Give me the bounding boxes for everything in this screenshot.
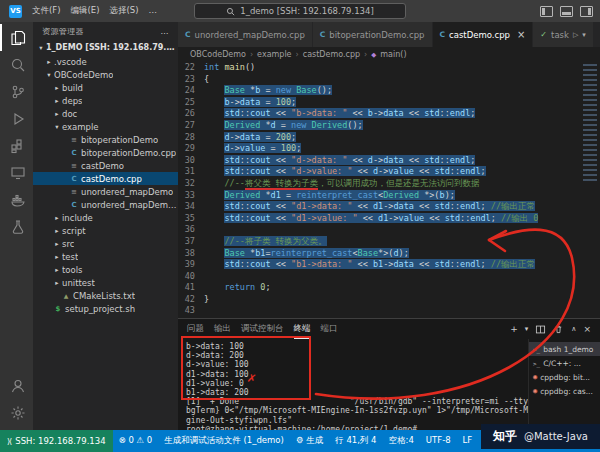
code-line[interactable]: 26 std::cout << "b->data: " << b->data <… <box>178 108 600 120</box>
code-line[interactable]: 39 std::cout << "b1->data: " << b1->data… <box>178 259 600 271</box>
terminal-dropdown-icon[interactable]: ▾ <box>525 325 529 333</box>
tab-action-icon[interactable]: ▾ <box>582 31 586 39</box>
close-icon[interactable]: × <box>517 29 525 40</box>
code-line[interactable]: 25 b->data = 100; <box>178 97 600 109</box>
code-line[interactable]: 34 std::cout << "d1->data: " << d1->data… <box>178 201 600 213</box>
tree-item[interactable]: ▸.vscode <box>33 55 178 68</box>
tab-unordered-mapdemo-cpp[interactable]: Cunordered_mapDemo.cpp <box>178 22 313 47</box>
toggle-secondary-sidebar-icon[interactable] <box>580 6 593 17</box>
code-line[interactable]: 30 std::cout << "d->data: " << d->data <… <box>178 155 600 167</box>
terminal-list-item[interactable]: >_bash 1_demo <box>529 342 600 356</box>
code-line[interactable]: 22int main() <box>178 62 600 74</box>
toggle-sidebar-icon[interactable] <box>540 6 553 17</box>
code-line[interactable]: 43 <box>178 305 600 317</box>
run-debug-icon[interactable] <box>0 105 33 132</box>
tree-item[interactable]: CbitoperationDemo.cpp <box>33 146 178 159</box>
panel-tab[interactable]: 终端 <box>294 319 311 339</box>
breadcrumb-item[interactable]: main() <box>380 50 406 59</box>
more-actions-icon[interactable]: … <box>161 27 169 36</box>
close-panel-icon[interactable]: × <box>583 324 591 334</box>
tab-action-icon[interactable]: ▷ <box>573 31 578 39</box>
tree-item[interactable]: ▸tools <box>33 263 178 276</box>
code-line[interactable]: 23{ <box>178 74 600 86</box>
tree-item[interactable]: ▸test <box>33 250 178 263</box>
tree-item[interactable]: ▸include <box>33 211 178 224</box>
status-item[interactable]: 空格:4 <box>383 435 420 447</box>
panel-tab[interactable]: 输出 <box>214 319 231 339</box>
code-line[interactable]: 27 Derived *d = new Derived(); <box>178 120 600 132</box>
tree-item[interactable]: ▸unittest <box>33 276 178 289</box>
tree-item[interactable]: ≡unordered_mapDemo <box>33 185 178 198</box>
tree-item[interactable]: ≡castDemo <box>33 159 178 172</box>
maximize-panel-icon[interactable]: ∧ <box>571 325 576 333</box>
explorer-icon[interactable] <box>0 24 33 51</box>
tree-item[interactable]: Cunordered_mapDemo.cpp <box>33 198 178 211</box>
code-line[interactable]: 36 <box>178 224 600 236</box>
split-terminal-icon[interactable] <box>535 324 546 335</box>
menu-item[interactable]: 选择(S) <box>105 5 144 17</box>
code-line[interactable]: 31 std::cout << "d->value: " << d->value… <box>178 166 600 178</box>
code-editor[interactable]: 22int main()23{24 Base *b = new Base();2… <box>178 62 600 318</box>
tree-item[interactable]: ▸src <box>33 237 178 250</box>
tree-item[interactable]: ▸script <box>33 224 178 237</box>
terminal-list-item[interactable]: >_C/C++: ... <box>529 356 600 370</box>
panel-tab[interactable]: 问题 <box>187 319 204 339</box>
code-line[interactable]: 41 return 0; <box>178 282 600 294</box>
code-line[interactable]: 24 Base *b = new Base(); <box>178 85 600 97</box>
remote-explorer-icon[interactable] <box>0 159 33 186</box>
tab-castdemo-cpp[interactable]: CcastDemo.cpp× <box>433 22 534 47</box>
docker-icon[interactable] <box>0 186 33 213</box>
tree-item[interactable]: ▸doc <box>33 107 178 120</box>
code-line[interactable]: 29 d->value = 100; <box>178 143 600 155</box>
menu-item[interactable]: 文件(F) <box>27 5 66 17</box>
remote-indicator[interactable]: ⟩⟨ SSH: 192.168.79.134 <box>0 430 113 452</box>
status-item[interactable]: ⊗ 0 ⚠ 0 <box>113 435 159 447</box>
tree-item[interactable]: $setup_project.sh <box>33 302 178 315</box>
code-line[interactable]: 32 //--将父类 转换为子类，可以调用成功，但是还是无法访问到数据 <box>178 178 600 190</box>
command-center-search[interactable]: 1_demo [SSH: 192.168.79.134] <box>194 3 406 19</box>
panel-tab[interactable]: 端口 <box>321 319 338 339</box>
breadcrumb-item[interactable]: OBCodeDemo <box>190 50 246 59</box>
status-item[interactable]: 生成和调试活动文件 (1_demo) <box>158 435 290 447</box>
status-item[interactable]: 行 41,列 4 <box>329 435 382 447</box>
source-control-icon[interactable] <box>0 78 33 105</box>
tree-item[interactable]: ▸deps <box>33 94 178 107</box>
code-line[interactable]: 38 Base *b1=reinterpret_cast<Base*>(d); <box>178 248 600 260</box>
terminal-list-item[interactable]: ◉cppdbg: cas... <box>529 384 600 398</box>
tree-item[interactable]: ▾1_DEMO [SSH: 192.168.79.134] <box>33 40 178 55</box>
tree-item[interactable]: ▸build <box>33 81 178 94</box>
search-icon[interactable] <box>0 51 33 78</box>
kill-terminal-icon[interactable] <box>553 324 564 335</box>
tab-task[interactable]: ✓task▷▾ <box>533 22 594 47</box>
menu-item[interactable]: 编辑(E) <box>66 5 105 17</box>
tree-item[interactable]: CcastDemo.cpp <box>33 172 178 185</box>
code-line[interactable]: 35 std::cout << "d1->value: " << d1->val… <box>178 213 600 225</box>
breadcrumb-item[interactable]: castDemo.cpp <box>303 50 360 59</box>
extensions-icon[interactable] <box>0 132 33 159</box>
code-line[interactable]: 33 Derived *d1 = reinterpret_cast<Derive… <box>178 190 600 202</box>
status-item[interactable]: UTF-8 <box>420 435 457 447</box>
bottom-panel: 问题输出调试控制台终端端口 + ▾ ∧ × b->data: 100d->dat… <box>178 318 600 430</box>
tree-item[interactable]: ▾example <box>33 120 178 133</box>
breadcrumb-item[interactable]: example <box>257 50 291 59</box>
menu-item[interactable]: … <box>144 5 163 17</box>
tree-item[interactable]: ▲CMakeLists.txt <box>33 289 178 302</box>
panel-tab[interactable]: 调试控制台 <box>241 319 284 339</box>
tree-item[interactable]: ≡bitoperationDemo <box>33 133 178 146</box>
status-item[interactable]: LF <box>457 435 479 447</box>
terminal-list-item[interactable]: ◉cppdbg: bit... <box>529 370 600 384</box>
toggle-panel-icon[interactable] <box>560 6 573 17</box>
tab-bitoperationdemo-cpp[interactable]: CbitoperationDemo.cpp <box>313 22 433 47</box>
panel-body: b->data: 100d->data: 200d->value: 100d1-… <box>178 339 600 430</box>
minimap[interactable] <box>583 64 597 184</box>
code-line[interactable]: 37 //--将子类 转换为父类。 <box>178 236 600 248</box>
code-line[interactable]: 40 <box>178 271 600 283</box>
settings-icon[interactable] <box>0 399 33 426</box>
status-item[interactable]: ⚙ 生成 <box>290 435 329 447</box>
tree-item[interactable]: ▾OBCodeDemo <box>33 68 178 81</box>
code-line[interactable]: 42} <box>178 294 600 306</box>
code-line[interactable]: 28 d->data = 200; <box>178 132 600 144</box>
new-terminal-icon[interactable]: + <box>510 324 518 334</box>
account-icon[interactable] <box>0 372 33 399</box>
testing-icon[interactable] <box>0 213 33 240</box>
